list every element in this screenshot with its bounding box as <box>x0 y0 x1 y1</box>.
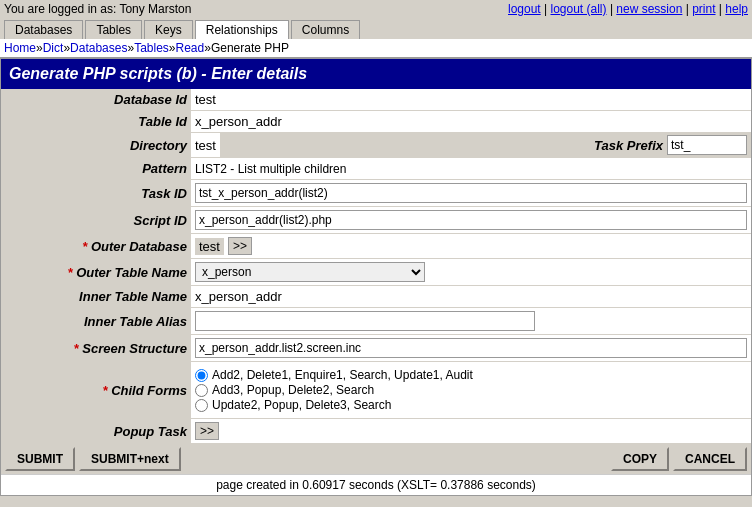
outer-table-label: * Outer Table Name <box>1 259 191 286</box>
child-forms-star: * <box>102 383 111 398</box>
outer-table-cell: x_person <box>191 259 751 286</box>
inner-table-cell: x_person_addr <box>191 286 751 308</box>
directory-value-cell: test Task Prefix <box>191 133 751 158</box>
task-id-cell <box>191 180 751 207</box>
inner-alias-label: Inner Table Alias <box>1 308 191 335</box>
pattern-label: Pattern <box>1 158 191 180</box>
child-forms-option-1[interactable]: Add2, Delete1, Enquire1, Search, Update1… <box>195 368 747 382</box>
inner-table-label: Inner Table Name <box>1 286 191 308</box>
child-forms-radio-2[interactable] <box>195 384 208 397</box>
table-id-text: x_person_addr <box>195 114 282 129</box>
submit-next-button[interactable]: SUBMIT+next <box>79 447 181 471</box>
child-forms-option-2[interactable]: Add3, Popup, Delete2, Search <box>195 383 747 397</box>
table-id-label: Table Id <box>1 111 191 133</box>
logout-link[interactable]: logout <box>508 2 541 16</box>
child-forms-label: * Child Forms <box>1 362 191 419</box>
submit-button[interactable]: SUBMIT <box>5 447 75 471</box>
inner-alias-input[interactable] <box>195 311 535 331</box>
screen-structure-cell <box>191 335 751 362</box>
popup-task-cell: >> <box>191 419 751 444</box>
footer-bar: SUBMIT SUBMIT+next COPY CANCEL <box>1 444 751 474</box>
outer-database-btn[interactable]: >> <box>228 237 252 255</box>
directory-text: test <box>195 138 216 153</box>
child-forms-radio-1[interactable] <box>195 369 208 382</box>
tab-databases[interactable]: Databases <box>4 20 83 39</box>
task-id-input[interactable] <box>195 183 747 203</box>
top-links: logout | logout (all) | new session | pr… <box>508 2 748 16</box>
print-link[interactable]: print <box>692 2 715 16</box>
outer-database-cell: test >> <box>191 234 751 259</box>
popup-task-label: Popup Task <box>1 419 191 444</box>
tab-columns[interactable]: Columns <box>291 20 360 39</box>
screen-structure-input[interactable] <box>195 338 747 358</box>
cancel-button[interactable]: CANCEL <box>673 447 747 471</box>
inner-table-text: x_person_addr <box>195 289 282 304</box>
page-created: page created in 0.60917 seconds (XSLT= 0… <box>1 474 751 495</box>
tabs-bar: Databases Tables Keys Relationships Colu… <box>0 18 752 39</box>
inner-alias-cell <box>191 308 751 335</box>
breadcrumb-read[interactable]: Read <box>176 41 205 55</box>
copy-button[interactable]: COPY <box>611 447 669 471</box>
outer-database-value: test <box>195 238 224 255</box>
new-session-link[interactable]: new session <box>616 2 682 16</box>
tab-relationships[interactable]: Relationships <box>195 20 289 39</box>
pattern-value: LIST2 - List multiple children <box>191 158 751 180</box>
main-container: Generate PHP scripts (b) - Enter details… <box>0 58 752 496</box>
logged-in-text: You are logged in as: Tony Marston <box>4 2 191 16</box>
outer-database-label: * Outer Database <box>1 234 191 259</box>
breadcrumb-tables[interactable]: Tables <box>134 41 169 55</box>
child-forms-cell: Add2, Delete1, Enquire1, Search, Update1… <box>191 362 751 419</box>
script-id-label: Script ID <box>1 207 191 234</box>
tab-keys[interactable]: Keys <box>144 20 193 39</box>
table-id-value: x_person_addr <box>191 111 751 133</box>
directory-label: Directory <box>1 133 191 158</box>
script-id-cell <box>191 207 751 234</box>
form-table: Database Id test Table Id x_person_addr … <box>1 89 751 444</box>
task-prefix-input[interactable] <box>667 135 747 155</box>
tab-tables[interactable]: Tables <box>85 20 142 39</box>
breadcrumb: Home»Dict»Databases»Tables»Read»Generate… <box>0 39 752 58</box>
database-id-label: Database Id <box>1 89 191 111</box>
breadcrumb-databases[interactable]: Databases <box>70 41 127 55</box>
task-id-label: Task ID <box>1 180 191 207</box>
page-title: Generate PHP scripts (b) - Enter details <box>1 59 751 89</box>
help-link[interactable]: help <box>725 2 748 16</box>
child-forms-radio-group: Add2, Delete1, Enquire1, Search, Update1… <box>195 365 747 415</box>
breadcrumb-home[interactable]: Home <box>4 41 36 55</box>
popup-task-btn[interactable]: >> <box>195 422 219 440</box>
breadcrumb-current: Generate PHP <box>211 41 289 55</box>
screen-structure-star: * <box>74 341 83 356</box>
logout-all-link[interactable]: logout (all) <box>551 2 607 16</box>
screen-structure-label: * Screen Structure <box>1 335 191 362</box>
task-prefix-label: Task Prefix <box>594 138 663 153</box>
database-id-value: test <box>191 89 751 111</box>
outer-table-select[interactable]: x_person <box>195 262 425 282</box>
outer-table-star: * <box>68 265 77 280</box>
breadcrumb-dict[interactable]: Dict <box>43 41 64 55</box>
outer-db-star: * <box>82 239 91 254</box>
script-id-input[interactable] <box>195 210 747 230</box>
top-bar: You are logged in as: Tony Marston logou… <box>0 0 752 18</box>
pattern-text: LIST2 - List multiple children <box>195 162 346 176</box>
child-forms-radio-3[interactable] <box>195 399 208 412</box>
database-id-text: test <box>195 92 216 107</box>
child-forms-option-3[interactable]: Update2, Popup, Delete3, Search <box>195 398 747 412</box>
